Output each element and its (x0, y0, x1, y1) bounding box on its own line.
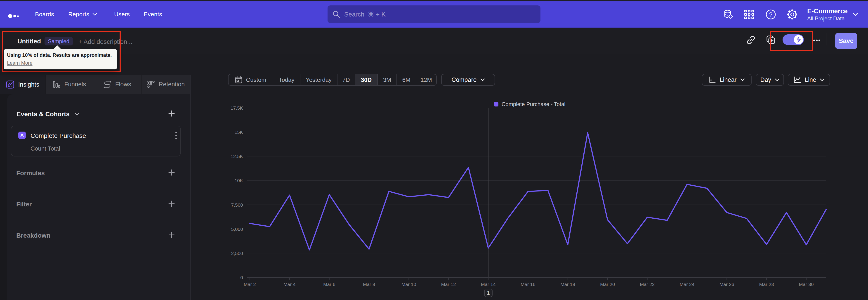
x-axis-label: Mar 12 (441, 282, 456, 287)
chevron-down-icon (852, 13, 858, 16)
x-axis-label: Mar 30 (799, 282, 813, 287)
nav-item-boards[interactable]: Boards (35, 1, 54, 28)
tooltip-arrow (53, 45, 61, 49)
x-axis-label: Mar 6 (323, 282, 336, 287)
nav-item-reports[interactable]: Reports (68, 1, 97, 28)
project-switcher[interactable]: E-Commerce All Project Data (807, 1, 858, 28)
x-axis-label: Mar 2 (244, 282, 256, 287)
x-axis-label: Mar 28 (759, 282, 774, 287)
report-header: Untitled Sampled + Add description... Sa… (0, 28, 868, 54)
save-button[interactable]: Save (835, 33, 857, 49)
tooltip-link[interactable]: Learn More (7, 60, 33, 66)
tooltip-text: Using 10% of data. Results are approxima… (7, 52, 112, 58)
y-axis-label: 0 (240, 275, 243, 280)
chevron-down-icon (92, 13, 97, 16)
annotation-red-box-toggle (770, 31, 813, 51)
divider (826, 33, 827, 46)
apps-grid-icon[interactable] (743, 1, 755, 28)
search-icon (333, 10, 340, 18)
y-axis-label: 7,500 (231, 202, 243, 208)
y-axis-label: 12.5K (230, 154, 243, 159)
x-axis-label: Mar 24 (680, 282, 694, 287)
sampling-tooltip: Using 10% of data. Results are approxima… (4, 49, 117, 69)
nav-item-users[interactable]: Users (114, 1, 130, 28)
x-axis-label: Mar 4 (283, 282, 296, 287)
gear-icon[interactable] (786, 1, 798, 28)
x-axis-label: Mar 8 (363, 282, 375, 287)
project-scope: All Project Data (807, 15, 848, 22)
nav-item-events[interactable]: Events (144, 1, 162, 28)
x-axis-label: Mar 20 (600, 282, 615, 287)
y-axis-label: 17.5K (230, 106, 243, 111)
series-line (250, 133, 826, 250)
help-icon[interactable]: ? (765, 1, 777, 28)
line-chart: 02,5005,0007,50010K12.5K15K17.5KMar 2Mar… (0, 54, 868, 300)
x-axis-label: Mar 26 (719, 282, 734, 287)
top-nav: Boards Reports Users Events Search ⌘ + K (0, 1, 868, 28)
y-axis-label: 2,500 (231, 251, 243, 256)
x-axis-label: Mar 10 (401, 282, 416, 287)
x-axis-label: Mar 22 (640, 282, 655, 287)
x-axis-label: Mar 14 (481, 282, 496, 287)
copy-link-icon[interactable] (747, 36, 755, 44)
mixpanel-logo-icon[interactable] (8, 13, 22, 20)
search-placeholder: Search ⌘ + K (344, 11, 385, 18)
project-name: E-Commerce (807, 7, 848, 15)
y-axis-label: 15K (235, 129, 243, 135)
search-input[interactable]: Search ⌘ + K (328, 5, 540, 23)
annotation-marker[interactable]: 1 (484, 289, 493, 297)
workspace: Insights Funnels Flows (0, 54, 868, 300)
y-axis-label: 5,000 (231, 227, 243, 232)
x-axis-label: Mar 16 (521, 282, 535, 287)
x-axis-label: Mar 18 (560, 282, 575, 287)
more-menu-icon[interactable] (813, 39, 820, 41)
y-axis-label: 10K (235, 178, 243, 183)
svg-text:?: ? (769, 11, 772, 18)
data-management-icon[interactable] (722, 1, 734, 28)
app-root: Boards Reports Users Events Search ⌘ + K (0, 0, 868, 300)
